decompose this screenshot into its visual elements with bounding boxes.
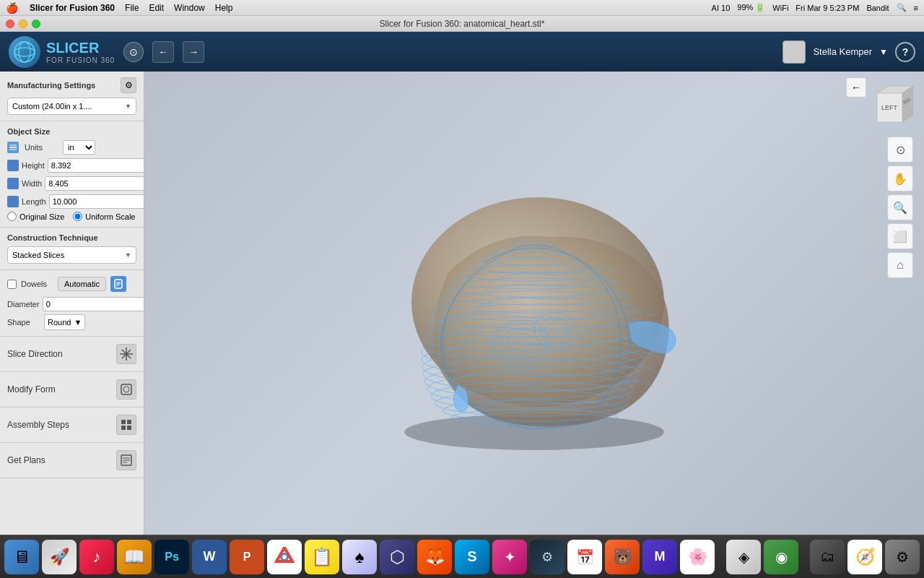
forward-button[interactable]: → <box>183 41 204 63</box>
apple-menu[interactable]: 🍎 <box>6 2 18 14</box>
shape-row: Shape Round ▼ <box>7 314 136 330</box>
dock-feather[interactable]: ✦ <box>492 540 527 574</box>
window-controls[interactable] <box>6 20 40 28</box>
3d-model <box>346 143 722 464</box>
svg-point-1 <box>19 42 30 62</box>
diameter-label: Diameter <box>7 300 40 309</box>
width-label: Width <box>22 179 42 188</box>
menubar-lines[interactable]: ≡ <box>914 4 918 12</box>
dowels-row: Dowels Automatic <box>7 276 136 292</box>
svg-point-65 <box>282 555 287 559</box>
original-size-radio[interactable] <box>7 212 17 221</box>
units-select[interactable]: in cm mm <box>63 140 95 155</box>
length-input[interactable] <box>49 194 144 209</box>
dock-photos[interactable]: 🌸 <box>680 540 715 574</box>
shape-label: Shape <box>7 318 40 327</box>
pan-tool[interactable]: ✋ <box>887 165 913 191</box>
viewport-back-arrow[interactable]: ← <box>846 77 866 98</box>
nav-circle-button[interactable]: ⊙ <box>123 42 144 62</box>
menu-edit[interactable]: Edit <box>149 3 164 13</box>
dock-clay[interactable]: ◉ <box>764 540 798 574</box>
technique-dropdown[interactable]: Stacked Slices ▼ <box>7 246 136 264</box>
dock-launchpad[interactable]: 🚀 <box>42 540 77 574</box>
dock-music[interactable]: ♪ <box>79 540 114 574</box>
dowels-auto-button[interactable]: Automatic <box>58 277 106 291</box>
fit-tool[interactable]: ⬜ <box>887 223 913 249</box>
assembly-steps-label: Assembly Steps <box>7 420 69 430</box>
diameter-input[interactable] <box>43 297 144 311</box>
dock-books[interactable]: 📖 <box>117 540 152 574</box>
uniform-scale-option[interactable]: Uniform Scale <box>73 212 135 221</box>
dock-chrome[interactable] <box>267 540 302 574</box>
slice-direction-row[interactable]: Slice Direction <box>0 337 144 371</box>
assembly-steps-row[interactable]: Assembly Steps <box>0 407 144 442</box>
slice-direction-label: Slice Direction <box>7 349 63 359</box>
zoom-tool[interactable]: 🔍 <box>887 194 913 220</box>
svg-rect-17 <box>127 420 131 424</box>
navigation-cube[interactable]: LEFT 360 <box>866 82 913 129</box>
maximize-button[interactable] <box>32 20 40 28</box>
home-tool[interactable]: ⌂ <box>887 252 913 278</box>
shape-dropdown[interactable]: Round ▼ <box>44 314 85 330</box>
manufacturing-settings-gear[interactable]: ⚙ <box>121 77 136 93</box>
height-row: Height ▲ ▼ <box>7 158 136 173</box>
dock-firefox[interactable]: 🦊 <box>417 540 452 574</box>
dock-powerpoint[interactable]: P <box>230 540 264 574</box>
slice-direction-section: Slice Direction <box>0 337 144 372</box>
menubar-datetime: Fri Mar 9 5:23 PM <box>796 4 859 12</box>
dock-anime-studio[interactable]: ♠ <box>342 540 377 574</box>
left-panel: Manufacturing Settings ⚙ Custom (24.00in… <box>0 72 144 535</box>
dock-photoshop[interactable]: Ps <box>154 540 189 574</box>
menu-app-name[interactable]: Slicer for Fusion 360 <box>30 3 115 13</box>
user-dropdown-icon[interactable]: ▼ <box>879 47 888 57</box>
uniform-scale-radio[interactable] <box>73 212 82 221</box>
menu-file[interactable]: File <box>125 3 139 13</box>
dock-hexels[interactable]: ⬡ <box>380 540 414 574</box>
construction-title: Construction Technique <box>7 233 136 242</box>
dock-word[interactable]: W <box>192 540 227 574</box>
menubar-search[interactable]: 🔍 <box>897 3 907 12</box>
modify-form-icon <box>116 379 136 400</box>
dock-finder2[interactable]: 🗂 <box>810 540 845 574</box>
dowels-icon-button[interactable] <box>110 276 126 292</box>
dock-calendar[interactable]: 📅 <box>567 540 602 574</box>
menubar: 🍎 Slicer for Fusion 360 File Edit Window… <box>0 0 924 16</box>
width-icon <box>7 178 19 189</box>
viewport[interactable]: ← LEFT 360 ⊙ ✋ 🔍 ⬜ ⌂ <box>144 72 924 535</box>
width-input[interactable] <box>45 176 144 191</box>
height-input[interactable] <box>48 158 144 173</box>
height-label: Height <box>22 161 45 170</box>
app-subtitle: FOR FUSION 360 <box>46 56 115 65</box>
menu-window[interactable]: Window <box>174 3 205 13</box>
cube-left-label: LEFT <box>881 104 898 111</box>
svg-point-2 <box>14 48 35 56</box>
dock-notes[interactable]: 📋 <box>305 540 339 574</box>
dock-finder[interactable]: 🖥 <box>4 540 39 574</box>
modify-form-row[interactable]: Modify Form <box>0 372 144 407</box>
orbit-tool[interactable]: ⊙ <box>887 137 913 163</box>
dock-steam[interactable]: ⚙ <box>530 540 565 574</box>
units-icon <box>7 142 19 153</box>
scale-options-row: Original Size Uniform Scale <box>7 212 136 221</box>
help-button[interactable]: ? <box>895 42 915 62</box>
dock-prefs[interactable]: ⚙ <box>885 540 920 574</box>
close-button[interactable] <box>6 20 14 28</box>
dock-mastodon[interactable]: M <box>642 540 677 574</box>
minimize-button[interactable] <box>19 20 27 28</box>
get-plans-row[interactable]: Get Plans <box>0 443 144 478</box>
user-avatar <box>783 40 806 64</box>
toolbar-right: Stella Kemper ▼ ? <box>783 40 915 64</box>
menu-help[interactable]: Help <box>215 3 233 13</box>
preset-dropdown[interactable]: Custom (24.00in x 1.... ▼ <box>7 98 136 115</box>
length-icon <box>7 196 19 207</box>
dowels-checkbox[interactable] <box>7 280 17 289</box>
preset-value: Custom (24.00in x 1.... <box>12 102 92 111</box>
back-button[interactable]: ← <box>152 41 174 63</box>
dock-fusion[interactable]: ◈ <box>726 540 761 574</box>
dock-bear[interactable]: 🐻 <box>605 540 640 574</box>
original-size-option[interactable]: Original Size <box>7 212 64 221</box>
diameter-row: Diameter ▲ ▼ <box>7 296 136 311</box>
dock-safari[interactable]: 🧭 <box>847 540 882 574</box>
window-title: Slicer for Fusion 360: anatomical_heart.… <box>380 19 545 29</box>
dock-skype[interactable]: S <box>455 540 489 574</box>
